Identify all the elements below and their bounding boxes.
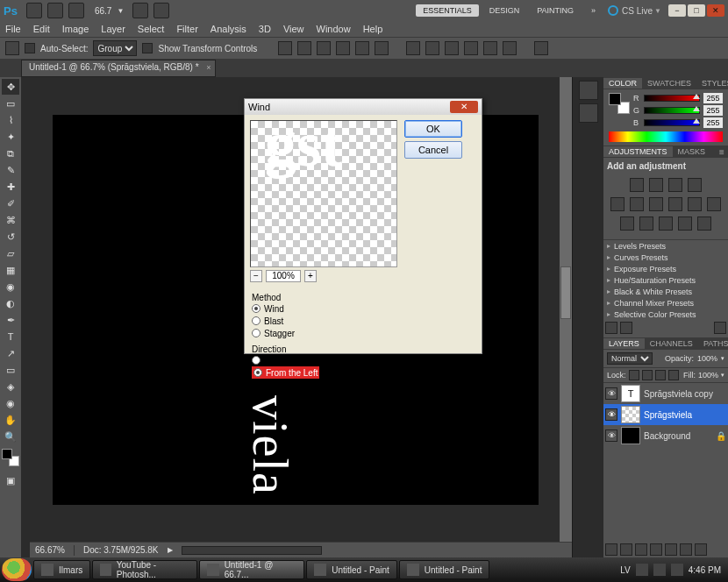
workspace-design[interactable]: DESIGN [482,4,527,17]
fill-value[interactable]: 100% [698,371,718,380]
hue-icon[interactable] [630,197,644,211]
menu-window[interactable]: Window [317,24,351,34]
align-icon[interactable] [297,41,311,55]
distribute-icon[interactable] [425,41,439,55]
path-tool[interactable]: ↗ [2,345,19,361]
preset-selectivecolor[interactable]: ▸Selective Color Presets [603,309,728,320]
align-icon[interactable] [375,41,389,55]
method-wind[interactable]: Wind [252,302,475,315]
layer-name[interactable]: Background [644,431,690,441]
menu-edit[interactable]: Edit [33,24,50,34]
threshold-icon[interactable] [659,216,673,231]
taskbar-item[interactable]: Ilmars [33,560,90,579]
status-scrubber[interactable] [182,546,322,555]
history-brush-tool[interactable]: ↺ [2,229,19,245]
layer-row[interactable]: 👁 Sprāgstviela [603,404,728,425]
show-transform-checkbox[interactable] [142,43,153,53]
preview-zoom[interactable]: 100% [266,270,301,282]
eyedropper-tool[interactable]: ✎ [2,162,19,178]
status-zoom[interactable]: 66.67% [35,545,65,555]
zoom-percent[interactable]: 66.7 [95,6,111,16]
align-icon[interactable] [355,41,369,55]
curves-icon[interactable] [668,178,682,192]
cancel-button[interactable]: Cancel [404,141,462,159]
layer-row[interactable]: 👁 T Sprāgstviela copy [603,383,728,404]
tab-masks[interactable]: MASKS [673,146,711,157]
zoom-tool[interactable]: 🔍 [2,429,19,444]
align-icon[interactable] [336,41,350,55]
taskbar-item[interactable]: Untitled-1 @ 66.7... [199,560,304,579]
trash-icon[interactable] [714,322,726,334]
r-value[interactable]: 255 [703,93,723,103]
photofilter-icon[interactable] [688,197,702,211]
document-tab[interactable]: Untitled-1 @ 66.7% (Sprāgstviela, RGB/8)… [21,60,216,77]
actions-panel-icon[interactable] [579,103,598,123]
brightness-icon[interactable] [630,178,644,192]
gradientmap-icon[interactable] [678,216,692,231]
visibility-toggle[interactable]: 👁 [605,429,617,442]
r-slider[interactable] [644,95,700,102]
layer-name[interactable]: Sprāgstviela copy [644,389,713,399]
visibility-toggle[interactable]: 👁 [605,408,617,421]
adjustment-layer-icon[interactable] [650,543,662,556]
menu-3d[interactable]: 3D [259,24,271,34]
launch-minibridge-icon[interactable] [47,3,63,18]
tray-icon[interactable] [636,564,648,576]
new-layer-icon[interactable] [680,543,692,556]
dialog-close-icon[interactable]: ✕ [450,101,478,113]
direction-right[interactable]: From the Right [252,354,475,366]
lasso-tool[interactable]: ⌇ [2,112,19,128]
menu-analysis[interactable]: Analysis [211,24,246,34]
menu-file[interactable]: File [5,24,21,34]
brush-tool[interactable]: ✐ [2,195,19,211]
preset-levels[interactable]: ▸Levels Presets [603,240,728,252]
cslive-label[interactable]: CS Live [622,6,653,16]
auto-select-mode[interactable]: Group [93,40,137,56]
volume-icon[interactable] [671,564,683,576]
distribute-icon[interactable] [445,41,459,55]
tab-color[interactable]: COLOR [603,78,642,89]
exposure-icon[interactable] [688,178,702,192]
method-stagger[interactable]: Stagger [252,327,475,339]
tab-paths[interactable]: PATHS [698,338,728,349]
lock-paint-icon[interactable] [642,370,653,380]
b-slider[interactable] [644,119,700,126]
cslive-icon[interactable] [608,5,618,16]
auto-align-icon[interactable] [534,41,548,55]
color-swatches[interactable] [2,449,19,466]
workspace-more[interactable]: » [584,4,603,17]
layer-name[interactable]: Sprāgstviela [644,410,692,420]
screen-mode-icon[interactable] [153,3,169,18]
shape-tool[interactable]: ▭ [2,362,19,378]
distribute-icon[interactable] [483,41,497,55]
direction-left[interactable]: From the Left [252,366,319,379]
fx-icon[interactable] [620,543,632,556]
marquee-tool[interactable]: ▭ [2,96,19,111]
workspace-painting[interactable]: PAINTING [530,4,581,17]
window-close-icon[interactable]: ✕ [707,4,724,17]
workspace-essentials[interactable]: ESSENTIALS [416,4,479,17]
group-icon[interactable] [665,543,677,556]
distribute-icon[interactable] [503,41,517,55]
wand-tool[interactable]: ✦ [2,129,19,145]
menu-help[interactable]: Help [363,24,383,34]
link-layers-icon[interactable] [605,543,617,556]
taskbar-item[interactable]: Untitled - Paint [399,560,490,579]
color-fg-bg[interactable] [609,93,630,114]
launch-bridge-icon[interactable] [26,3,42,18]
status-doc[interactable]: Doc: 3.75M/925.8K [83,545,159,555]
tab-channels[interactable]: CHANNELS [645,338,698,349]
distribute-icon[interactable] [406,41,420,55]
hand-tool[interactable]: ✋ [2,412,19,428]
taskbar-item[interactable]: Untitled - Paint [306,560,397,579]
g-slider[interactable] [644,107,700,114]
preset-curves[interactable]: ▸Curves Presets [603,252,728,263]
tab-layers[interactable]: LAYERS [603,338,645,349]
type-tool[interactable]: T [2,329,19,344]
lock-pos-icon[interactable] [655,370,666,380]
distribute-icon[interactable] [464,41,478,55]
method-blast[interactable]: Blast [252,315,475,327]
menu-filter[interactable]: Filter [176,24,197,34]
tab-adjustments[interactable]: ADJUSTMENTS [603,146,673,157]
tray-icon[interactable] [653,564,666,576]
